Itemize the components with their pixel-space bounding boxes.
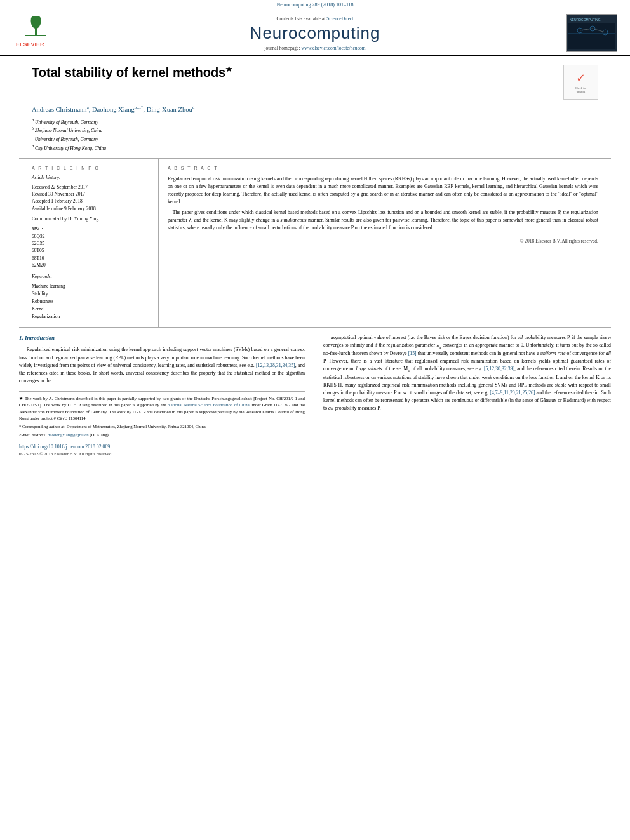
article-title-row: Total stability of kernel methods★ ✓ Che… — [32, 65, 598, 100]
abstract-section: A B S T R A C T Regularized empirical ri… — [159, 159, 598, 327]
footnote-email: E-mail address: daohongxiang@zjnu.cn (D.… — [19, 432, 305, 438]
intro-para-right: asymptotical optimal value of interest (… — [323, 334, 611, 413]
history-label: Article history: — [32, 175, 151, 182]
received-date: Received 22 September 2017 — [32, 183, 151, 190]
affiliations: a University of Bayreuth, Germany b Zhej… — [32, 117, 598, 152]
fn-nsfc-link[interactable]: National Natural Science Foundation of C… — [168, 403, 250, 407]
homepage-url[interactable]: www.elsevier.com/locate/neucom — [301, 45, 365, 51]
elsevier-logo: ELSEVIER — [13, 16, 64, 51]
journal-header: ELSEVIER Contents lists available at Sci… — [0, 10, 630, 56]
journal-top-bar: Neurocomputing 289 (2018) 101–118 — [0, 0, 630, 10]
main-body: 1. Introduction Regularized empirical ri… — [0, 328, 630, 465]
affiliation-a: a University of Bayreuth, Germany — [32, 117, 598, 126]
abstract-heading: A B S T R A C T — [168, 165, 598, 172]
affiliation-d: d City University of Hong Kong, China — [32, 143, 598, 152]
abstract-text: Regularized empirical risk minimization … — [168, 175, 598, 232]
affiliation-b: b Zhejiang Normal University, China — [32, 125, 598, 134]
footnote-corr: * Corresponding author at: Department of… — [19, 423, 305, 430]
footer-rights: 0925-2312/© 2018 Elsevier B.V. All right… — [19, 451, 305, 458]
affiliation-c: c University of Bayreuth, Germany — [32, 134, 598, 143]
svg-rect-2 — [25, 35, 46, 36]
footer-links: https://doi.org/10.1016/j.neucom.2018.02… — [19, 443, 305, 458]
journal-reference: Neurocomputing 289 (2018) 101–118 — [276, 2, 353, 8]
check-updates-badge: ✓ Check forupdates — [563, 65, 598, 100]
svg-text:NEUROCOMPUTING: NEUROCOMPUTING — [570, 18, 601, 22]
journal-title: Neurocomputing — [64, 23, 566, 43]
journal-thumbnail: NEUROCOMPUTING — [566, 14, 617, 52]
article-title: Total stability of kernel methods★ — [32, 65, 557, 80]
article-info: A R T I C L E I N F O Article history: R… — [32, 159, 159, 327]
footnote-star: ★ The work by A. Christmann described in… — [19, 396, 305, 422]
accepted-date: Accepted 1 February 2018 — [32, 197, 151, 204]
sciencedirect-link[interactable]: ScienceDirect — [326, 16, 353, 22]
homepage-line: journal homepage: www.elsevier.com/locat… — [64, 45, 566, 51]
svg-rect-6 — [568, 23, 615, 49]
check-icon: ✓ — [576, 71, 586, 85]
revised-date: Revised 30 November 2017 — [32, 190, 151, 197]
intro-para-left: Regularized empirical risk minimization … — [19, 346, 305, 384]
info-abstract-section: A R T I C L E I N F O Article history: R… — [19, 158, 611, 327]
main-left-col: 1. Introduction Regularized empirical ri… — [19, 328, 314, 465]
badge-label: Check forupdates — [575, 86, 587, 94]
communicated-by: Communicated by Dr Yiming Ying — [32, 216, 151, 223]
contents-line: Contents lists available at ScienceDirec… — [64, 16, 566, 22]
title-star: ★ — [225, 65, 232, 74]
copyright: © 2018 Elsevier B.V. All rights reserved… — [168, 237, 598, 244]
doi-link[interactable]: https://doi.org/10.1016/j.neucom.2018.02… — [19, 444, 110, 450]
keywords-list: Machine learningStabilityRobustnessKerne… — [32, 283, 151, 321]
main-right-col: asymptotical optimal value of interest (… — [314, 328, 611, 465]
journal-center: Contents lists available at ScienceDirec… — [64, 16, 566, 51]
svg-text:ELSEVIER: ELSEVIER — [16, 41, 44, 48]
abstract-para-2: The paper gives conditions under which c… — [168, 209, 598, 232]
email-link[interactable]: daohongxiang@zjnu.cn — [48, 432, 89, 437]
article-top: Total stability of kernel methods★ ✓ Che… — [0, 56, 630, 158]
authors: Andreas Christmanna, Daohong Xiangb,c,*,… — [32, 105, 598, 113]
footnotes: ★ The work by A. Christmann described in… — [19, 391, 305, 438]
msc-label: MSC: — [32, 226, 151, 233]
keywords-label: Keywords: — [32, 274, 151, 281]
abstract-para-1: Regularized empirical risk minimization … — [168, 175, 598, 206]
svg-point-1 — [31, 16, 41, 29]
msc-codes: 68Q3262C3568T0568T1062M20 — [32, 233, 151, 269]
available-date: Available online 9 February 2018 — [32, 205, 151, 212]
intro-heading: 1. Introduction — [19, 334, 305, 343]
article-info-heading: A R T I C L E I N F O — [32, 165, 151, 171]
